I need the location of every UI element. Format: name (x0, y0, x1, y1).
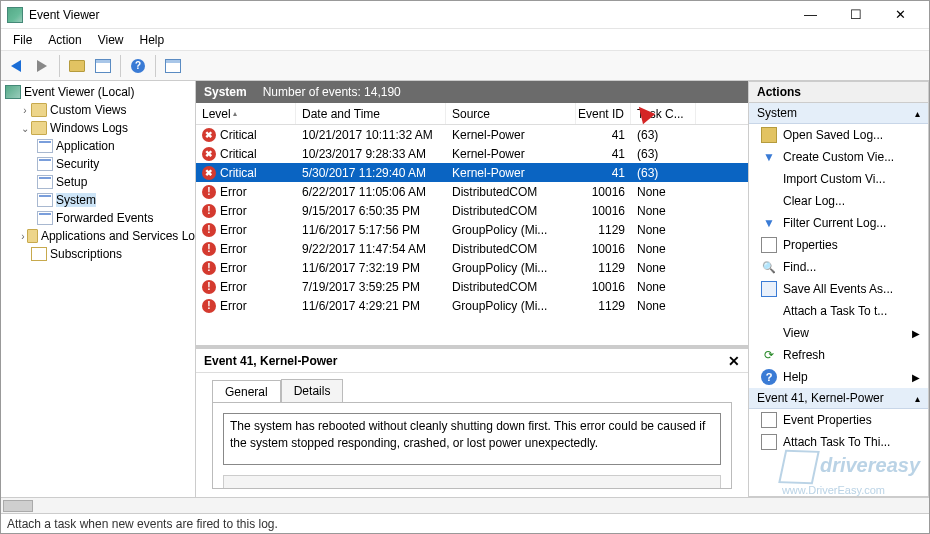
tree-windows-logs[interactable]: ⌄ Windows Logs (1, 119, 195, 137)
tree-log-application[interactable]: Application (1, 137, 195, 155)
pane-button-1[interactable] (92, 55, 114, 77)
subscriptions-icon (31, 247, 47, 261)
forward-button[interactable] (31, 55, 53, 77)
action-filter-current-log[interactable]: ▼Filter Current Log... (749, 212, 928, 234)
event-grid[interactable]: Critical10/21/2017 10:11:32 AMKernel-Pow… (196, 125, 748, 345)
action-properties[interactable]: Properties (749, 234, 928, 256)
expand-icon[interactable]: › (19, 105, 31, 116)
table-row[interactable]: Error7/19/2017 3:59:25 PMDistributedCOM1… (196, 277, 748, 296)
blank-icon (761, 325, 777, 341)
tree-subscriptions[interactable]: Subscriptions (1, 245, 195, 263)
tree-log-system[interactable]: System (1, 191, 195, 209)
folder-icon (27, 229, 38, 243)
action-open-saved-log[interactable]: Open Saved Log... (749, 124, 928, 146)
details-tabs: General Details (196, 373, 748, 402)
table-row[interactable]: Critical10/23/2017 9:28:33 AMKernel-Powe… (196, 144, 748, 163)
error-icon (202, 223, 216, 237)
folder-icon (69, 60, 85, 72)
action-event-properties[interactable]: Event Properties (749, 409, 928, 431)
tree-item-label: Application (56, 139, 115, 153)
collapse-icon: ▴ (915, 108, 920, 119)
actions-section-system[interactable]: System▴ (749, 103, 928, 124)
pane-button-2[interactable] (162, 55, 184, 77)
tree-root[interactable]: Event Viewer (Local) (1, 83, 195, 101)
maximize-button[interactable]: ☐ (833, 2, 878, 28)
properties-icon (761, 237, 777, 253)
close-button[interactable]: ✕ (878, 2, 923, 28)
refresh-icon: ⟳ (761, 347, 777, 363)
action-refresh[interactable]: ⟳Refresh (749, 344, 928, 366)
pane-icon (165, 59, 181, 73)
critical-icon (202, 128, 216, 142)
scrollbar-thumb[interactable] (3, 500, 33, 512)
action-view-submenu[interactable]: View▶ (749, 322, 928, 344)
table-row[interactable]: Critical5/30/2017 11:29:40 AMKernel-Powe… (196, 163, 748, 182)
tree-log-security[interactable]: Security (1, 155, 195, 173)
col-source[interactable]: Source (446, 103, 576, 124)
action-attach-task-event[interactable]: Attach Task To Thi... (749, 431, 928, 453)
open-button[interactable] (66, 55, 88, 77)
menu-view[interactable]: View (90, 31, 132, 49)
collapse-icon[interactable]: ⌄ (19, 123, 31, 134)
tree-item-label: Security (56, 157, 99, 171)
submenu-arrow-icon: ▶ (912, 372, 920, 383)
pane-icon (95, 59, 111, 73)
table-row[interactable]: Error11/6/2017 4:29:21 PMGroupPolicy (Mi… (196, 296, 748, 315)
action-clear-log[interactable]: Clear Log... (749, 190, 928, 212)
tree-scrollbar[interactable] (1, 497, 929, 513)
menu-file[interactable]: File (5, 31, 40, 49)
help-button[interactable]: ? (127, 55, 149, 77)
open-icon (761, 127, 777, 143)
status-text: Attach a task when new events are fired … (7, 517, 278, 531)
app-icon (7, 7, 23, 23)
filter-icon: ▼ (761, 215, 777, 231)
tree-item-label: Windows Logs (50, 121, 128, 135)
log-icon (37, 157, 53, 171)
error-icon (202, 261, 216, 275)
save-icon (761, 281, 777, 297)
action-help-submenu[interactable]: ?Help▶ (749, 366, 928, 388)
col-level[interactable]: Level▴ (196, 103, 296, 124)
table-row[interactable]: Error11/6/2017 7:32:19 PMGroupPolicy (Mi… (196, 258, 748, 277)
table-row[interactable]: Critical10/21/2017 10:11:32 AMKernel-Pow… (196, 125, 748, 144)
title-bar: Event Viewer — ☐ ✕ (1, 1, 929, 29)
tree-item-label: Subscriptions (50, 247, 122, 261)
critical-icon (202, 166, 216, 180)
blank-icon (19, 249, 31, 260)
action-attach-task[interactable]: Attach a Task To t... (749, 300, 928, 322)
error-icon (202, 280, 216, 294)
column-headers: Level▴ Date and Time Source Event ID Tas… (196, 103, 748, 125)
toolbar: ? (1, 51, 929, 81)
menu-action[interactable]: Action (40, 31, 89, 49)
tab-details[interactable]: Details (281, 379, 344, 402)
action-create-custom-view[interactable]: ▼Create Custom Vie... (749, 146, 928, 168)
table-row[interactable]: Error6/22/2017 11:05:06 AMDistributedCOM… (196, 182, 748, 201)
details-close-button[interactable]: ✕ (728, 353, 740, 369)
event-message: The system has rebooted without cleanly … (223, 413, 721, 465)
table-row[interactable]: Error11/6/2017 5:17:56 PMGroupPolicy (Mi… (196, 220, 748, 239)
table-row[interactable]: Error9/22/2017 11:47:54 AMDistributedCOM… (196, 239, 748, 258)
menu-help[interactable]: Help (132, 31, 173, 49)
details-panel: Event 41, Kernel-Power ✕ General Details… (196, 345, 748, 497)
log-icon (37, 139, 53, 153)
action-find[interactable]: Find... (749, 256, 928, 278)
table-row[interactable]: Error9/15/2017 6:50:35 PMDistributedCOM1… (196, 201, 748, 220)
tree-app-services[interactable]: › Applications and Services Lo (1, 227, 195, 245)
action-import-custom-view[interactable]: Import Custom Vi... (749, 168, 928, 190)
back-button[interactable] (5, 55, 27, 77)
tab-general[interactable]: General (212, 380, 281, 403)
tree-log-forwarded[interactable]: Forwarded Events (1, 209, 195, 227)
expand-icon[interactable]: › (19, 231, 27, 242)
minimize-button[interactable]: — (788, 2, 833, 28)
col-date[interactable]: Date and Time (296, 103, 446, 124)
action-save-all-events[interactable]: Save All Events As... (749, 278, 928, 300)
col-event-id[interactable]: Event ID (576, 103, 631, 124)
actions-section-event[interactable]: Event 41, Kernel-Power▴ (749, 388, 928, 409)
log-icon (37, 211, 53, 225)
col-task[interactable]: Task C... (631, 103, 696, 124)
help-icon: ? (131, 59, 145, 73)
tree-custom-views[interactable]: › Custom Views (1, 101, 195, 119)
tree-item-label: Forwarded Events (56, 211, 153, 225)
details-scrollbar[interactable] (223, 475, 721, 489)
tree-log-setup[interactable]: Setup (1, 173, 195, 191)
